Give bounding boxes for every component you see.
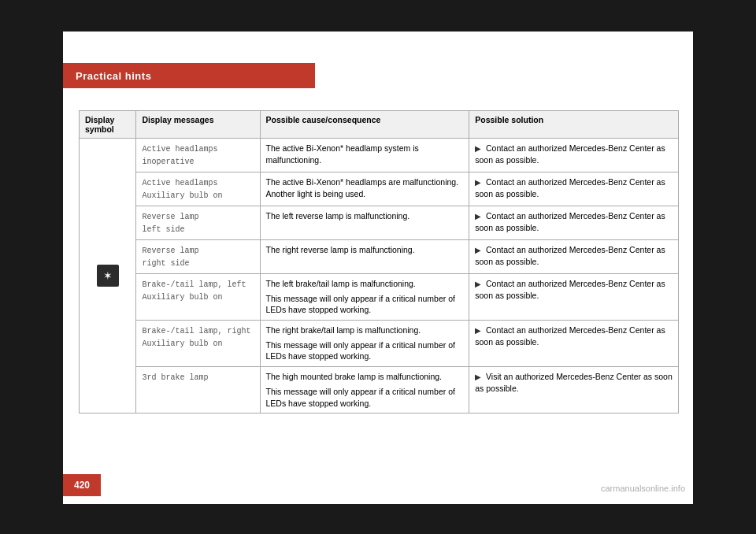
cause-text: This message will only appear if a criti… bbox=[266, 386, 464, 409]
message-cell: Reverse lampleft side bbox=[136, 206, 260, 240]
arrow-icon: ▶ bbox=[475, 373, 484, 381]
solution-text: Contact an authorized Mercedes-Benz Cent… bbox=[475, 279, 665, 300]
message-cell: Active headlampsAuxiliary bulb on bbox=[136, 172, 260, 206]
message-text: inoperative bbox=[142, 158, 194, 166]
solution-cell: ▶ Contact an authorized Mercedes-Benz Ce… bbox=[469, 172, 679, 206]
page-number-box: 420 bbox=[63, 474, 101, 496]
arrow-icon: ▶ bbox=[475, 326, 484, 335]
main-table-container: Display symbol Display messages Possible… bbox=[79, 110, 679, 413]
solution-cell: ▶ Contact an authorized Mercedes-Benz Ce… bbox=[469, 139, 679, 172]
message-text: Reverse lamp bbox=[142, 213, 198, 221]
message-text: Auxiliary bulb on bbox=[142, 191, 222, 200]
col-header-symbol: Display symbol bbox=[80, 111, 136, 139]
cause-text: The high mounted brake lamp is malfuncti… bbox=[266, 371, 464, 383]
message-text: Auxiliary bulb on bbox=[142, 293, 222, 302]
table-row: Active headlampsAuxiliary bulb onThe act… bbox=[80, 172, 679, 206]
cause-text: The active Bi-Xenon* headlamp system is … bbox=[266, 143, 464, 165]
col-header-cause: Possible cause/consequence bbox=[260, 111, 469, 139]
solution-text: Contact an authorized Mercedes-Benz Cent… bbox=[475, 177, 665, 198]
cause-text: The right reverse lamp is malfunctioning… bbox=[266, 244, 464, 256]
cause-text: The left brake/tail lamp is malfunctioni… bbox=[266, 278, 464, 290]
table-row: Brake-/tail lamp, leftAuxiliary bulb onT… bbox=[80, 274, 679, 321]
page-number: 420 bbox=[74, 480, 90, 491]
message-cell: Brake-/tail lamp, leftAuxiliary bulb on bbox=[136, 274, 260, 321]
message-text: Auxiliary bulb on bbox=[142, 339, 222, 348]
solution-cell: ▶ Contact an authorized Mercedes-Benz Ce… bbox=[469, 240, 679, 274]
solution-text: Contact an authorized Mercedes-Benz Cent… bbox=[475, 143, 665, 165]
arrow-icon: ▶ bbox=[475, 246, 484, 254]
cause-text: The right brake/tail lamp is malfunction… bbox=[266, 324, 464, 336]
message-text: Brake-/tail lamp, right bbox=[142, 327, 250, 336]
message-cell: Brake-/tail lamp, rightAuxiliary bulb on bbox=[136, 321, 260, 367]
cause-text: The left reverse lamp is malfunctioning. bbox=[266, 210, 464, 222]
cause-cell: The active Bi-Xenon* headlamp system is … bbox=[260, 139, 469, 172]
message-text: 3rd brake lamp bbox=[142, 373, 208, 382]
solution-cell: ▶ Visit an authorized Mercedes-Benz Cent… bbox=[469, 367, 679, 413]
solution-text: Contact an authorized Mercedes-Benz Cent… bbox=[475, 245, 665, 266]
table-row: Brake-/tail lamp, rightAuxiliary bulb on… bbox=[80, 321, 679, 367]
message-text: Brake-/tail lamp, left bbox=[142, 280, 246, 289]
headlamp-icon: ✶ bbox=[97, 265, 119, 287]
display-symbols-table: Display symbol Display messages Possible… bbox=[79, 110, 679, 413]
table-row: 3rd brake lampThe high mounted brake lam… bbox=[80, 367, 679, 413]
arrow-icon: ▶ bbox=[475, 212, 484, 221]
message-cell: 3rd brake lamp bbox=[136, 367, 260, 413]
solution-cell: ▶ Contact an authorized Mercedes-Benz Ce… bbox=[469, 321, 679, 367]
header-bar: Practical hints bbox=[63, 63, 315, 88]
message-text: right side bbox=[142, 259, 189, 268]
page-title: Practical hints bbox=[76, 70, 151, 82]
cause-cell: The left brake/tail lamp is malfunctioni… bbox=[260, 274, 469, 321]
cause-cell: The high mounted brake lamp is malfuncti… bbox=[260, 367, 469, 413]
watermark: carmanualsonline.info bbox=[601, 484, 685, 493]
arrow-icon: ▶ bbox=[475, 178, 484, 187]
cause-cell: The active Bi-Xenon* headlamps are malfu… bbox=[260, 172, 469, 206]
table-row: Reverse lampright sideThe right reverse … bbox=[80, 240, 679, 274]
table-row: Reverse lampleft sideThe left reverse la… bbox=[80, 206, 679, 240]
cause-text: The active Bi-Xenon* headlamps are malfu… bbox=[266, 176, 464, 199]
solution-text: Contact an authorized Mercedes-Benz Cent… bbox=[475, 325, 665, 347]
cause-cell: The left reverse lamp is malfunctioning. bbox=[260, 206, 469, 240]
message-text: Active headlamps bbox=[142, 179, 217, 187]
arrow-icon: ▶ bbox=[475, 280, 484, 288]
message-cell: Active headlampsinoperative bbox=[136, 139, 260, 172]
message-text: left side bbox=[142, 225, 184, 234]
table-row: ✶Active headlampsinoperativeThe active B… bbox=[80, 139, 679, 172]
message-cell: Reverse lampright side bbox=[136, 240, 260, 274]
col-header-messages: Display messages bbox=[136, 111, 260, 139]
solution-cell: ▶ Contact an authorized Mercedes-Benz Ce… bbox=[469, 274, 679, 321]
table-header-row: Display symbol Display messages Possible… bbox=[80, 111, 679, 139]
cause-text: This message will only appear if a criti… bbox=[266, 339, 464, 362]
solution-cell: ▶ Contact an authorized Mercedes-Benz Ce… bbox=[469, 206, 679, 240]
cause-text: This message will only appear if a criti… bbox=[266, 293, 464, 316]
cause-cell: The right reverse lamp is malfunctioning… bbox=[260, 240, 469, 274]
solution-text: Contact an authorized Mercedes-Benz Cent… bbox=[475, 211, 665, 232]
col-header-solution: Possible solution bbox=[469, 111, 679, 139]
arrow-icon: ▶ bbox=[475, 144, 484, 153]
cause-cell: The right brake/tail lamp is malfunction… bbox=[260, 321, 469, 367]
symbol-cell: ✶ bbox=[80, 139, 136, 413]
solution-text: Visit an authorized Mercedes-Benz Center… bbox=[475, 372, 673, 393]
message-text: Reverse lamp bbox=[142, 247, 198, 255]
message-text: Active headlamps bbox=[142, 145, 217, 154]
